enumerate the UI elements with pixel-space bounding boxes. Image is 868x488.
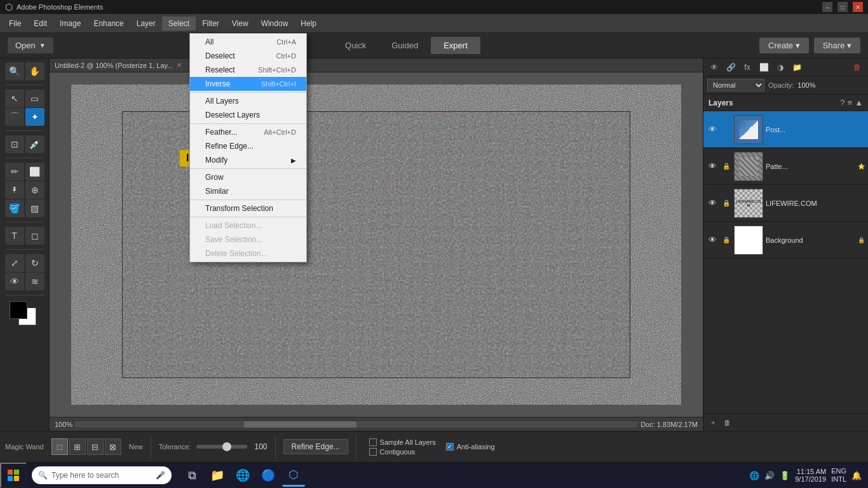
stamp-tool[interactable]: 🖈 xyxy=(5,181,24,199)
foreground-color-swatch[interactable] xyxy=(10,301,27,319)
layer-mask-icon[interactable]: ⬜ xyxy=(757,60,771,74)
maximize-button[interactable]: □ xyxy=(837,2,848,12)
menu-image[interactable]: Image xyxy=(53,17,87,30)
layer-row[interactable]: 👁 Post... xyxy=(703,111,868,148)
language-indicator[interactable]: ENG INTL xyxy=(831,467,846,484)
menu-help[interactable]: Help xyxy=(294,17,323,30)
menu-select[interactable]: Select xyxy=(162,17,196,30)
search-placeholder: Type here to search xyxy=(51,471,119,480)
open-button[interactable]: Open ▼ xyxy=(8,37,53,53)
custom-shape-tool[interactable]: ◻ xyxy=(25,227,44,245)
layer-lock-icon: 🔒 xyxy=(857,236,865,245)
contiguous-label: Contiguous xyxy=(380,448,416,456)
layer-fx-icon[interactable]: fx xyxy=(740,60,754,74)
text-tool[interactable]: T xyxy=(5,227,24,245)
create-button[interactable]: Create ▾ xyxy=(759,37,809,53)
layer-group-icon[interactable]: 📁 xyxy=(790,60,804,74)
marquee-tool[interactable]: ▭ xyxy=(25,90,44,107)
redeye-tool[interactable]: 👁 xyxy=(5,273,24,290)
layer-delete-icon[interactable]: 🗑 xyxy=(850,60,864,74)
layers-header: Layers ? ≡ ▲ xyxy=(703,95,868,111)
eyedropper-tool[interactable]: 💉 xyxy=(25,135,44,153)
photoshop-btn[interactable]: ⬡ xyxy=(282,464,305,487)
smudge-tool[interactable]: ≋ xyxy=(25,273,44,290)
chrome-btn[interactable]: 🔵 xyxy=(257,464,280,487)
move-tool[interactable]: ↖ xyxy=(5,90,24,107)
canvas-close-btn[interactable]: ✕ xyxy=(177,62,182,69)
magic-wand-tool[interactable]: ✦ xyxy=(25,108,44,126)
layer-row[interactable]: 👁 🔒 Patte... ⭐ xyxy=(703,148,868,185)
close-button[interactable]: ✕ xyxy=(853,2,863,12)
contiguous-checkbox[interactable]: Contiguous xyxy=(369,448,436,456)
tab-quick[interactable]: Quick xyxy=(332,37,379,54)
tool-group-crop: ⊡ 💉 xyxy=(0,134,49,154)
menu-window[interactable]: Window xyxy=(255,17,295,30)
menu-layer[interactable]: Layer xyxy=(130,17,162,30)
notifications-icon[interactable]: 🔔 xyxy=(851,471,862,480)
tolerance-slider[interactable] xyxy=(196,445,247,449)
share-button[interactable]: Share ▾ xyxy=(814,37,860,53)
horizontal-scrollbar[interactable] xyxy=(75,421,638,428)
layer-row[interactable]: 👁 🔒 LIFEWIRE.COM LIFEWIRE.COM xyxy=(703,185,868,222)
layer-adj-icon[interactable]: ◑ xyxy=(773,60,787,74)
canvas-annotation: Inverse xyxy=(180,150,228,166)
menu-file[interactable]: File xyxy=(3,17,27,30)
layer-vis-btn[interactable]: 👁 xyxy=(706,160,719,173)
opacity-label: Opacity: xyxy=(768,81,794,89)
menu-view[interactable]: View xyxy=(226,17,255,30)
mode-tabs: Quick Guided Expert xyxy=(332,37,480,54)
menu-filter[interactable]: Filter xyxy=(196,17,226,30)
new-layer-btn[interactable]: + xyxy=(709,417,717,428)
start-button[interactable] xyxy=(0,463,27,488)
eraser-tool[interactable]: ⬜ xyxy=(25,163,44,180)
tab-expert[interactable]: Expert xyxy=(431,37,480,54)
task-view-btn[interactable]: ⧉ xyxy=(180,464,203,487)
subtract-selection-btn[interactable]: ⊟ xyxy=(87,438,104,455)
layer-link-icon[interactable]: 🔗 xyxy=(724,60,738,74)
add-selection-btn[interactable]: ⊞ xyxy=(69,438,86,455)
paint-bucket-tool[interactable]: 🪣 xyxy=(5,200,24,217)
layer-thumbnail xyxy=(734,152,763,181)
menu-enhance[interactable]: Enhance xyxy=(87,17,130,30)
heal-tool[interactable]: ⊕ xyxy=(25,181,44,199)
refine-edge-btn[interactable]: Refine Edge... xyxy=(283,439,348,454)
brush-tool[interactable]: ✏ xyxy=(5,163,24,180)
svg-rect-4 xyxy=(8,476,13,481)
layer-visibility-icon[interactable]: 👁 xyxy=(707,60,721,74)
panel-list-btn[interactable]: ≡ xyxy=(848,98,853,107)
transform-tool[interactable]: ⤢ xyxy=(5,254,24,272)
blend-mode-select[interactable]: Normal Multiply Screen Overlay xyxy=(707,79,764,92)
lasso-tool[interactable]: ⌒ xyxy=(5,108,24,126)
delete-layer-btn[interactable]: 🗑 xyxy=(721,417,733,428)
layer-vis-btn[interactable]: 👁 xyxy=(706,234,719,247)
panel-help-btn[interactable]: ? xyxy=(840,98,844,107)
intersect-selection-btn[interactable]: ⊠ xyxy=(105,438,121,455)
anti-aliasing-checkbox[interactable]: Anti-aliasing xyxy=(446,443,495,451)
layer-vis-btn[interactable]: 👁 xyxy=(706,197,719,210)
rotate-tool[interactable]: ↻ xyxy=(25,254,44,272)
minimize-button[interactable]: – xyxy=(822,2,832,12)
clock-display[interactable]: 11:15 AM 9/17/2019 xyxy=(795,468,826,483)
panel-collapse-btn[interactable]: ▲ xyxy=(855,98,863,107)
app-icon: ⬡ xyxy=(5,2,13,12)
gradient-tool[interactable]: ▨ xyxy=(25,200,44,217)
anti-alias-cb xyxy=(446,443,454,451)
taskbar-right: 🌐 🔊 🔋 11:15 AM 9/17/2019 ENG INTL 🔔 xyxy=(743,467,868,484)
layer-vis-btn[interactable]: 👁 xyxy=(706,123,719,136)
edge-btn[interactable]: 🌐 xyxy=(231,464,254,487)
menu-edit[interactable]: Edit xyxy=(27,17,53,30)
canvas[interactable]: Inverse xyxy=(122,111,630,378)
crop-tool[interactable]: ⊡ xyxy=(5,135,24,153)
new-selection-btn[interactable]: □ xyxy=(51,438,68,455)
search-bar[interactable]: 🔍 Type here to search 🎤 xyxy=(32,466,172,484)
canvas-container[interactable]: Inverse xyxy=(50,72,703,417)
sample-all-layers-checkbox[interactable]: Sample All Layers xyxy=(369,438,436,446)
right-panel: 👁 🔗 fx ⬜ ◑ 📁 🗑 Normal Multiply Screen Ov… xyxy=(703,58,868,431)
sample-all-label: Sample All Layers xyxy=(380,438,436,446)
layer-thumbnail xyxy=(734,226,763,255)
layer-row[interactable]: 👁 🔒 Background 🔒 xyxy=(703,222,868,259)
hand-tool[interactable]: ✋ xyxy=(25,62,44,80)
file-explorer-btn[interactable]: 📁 xyxy=(206,464,229,487)
tab-guided[interactable]: Guided xyxy=(379,37,431,54)
zoom-tool[interactable]: 🔍 xyxy=(5,62,24,80)
